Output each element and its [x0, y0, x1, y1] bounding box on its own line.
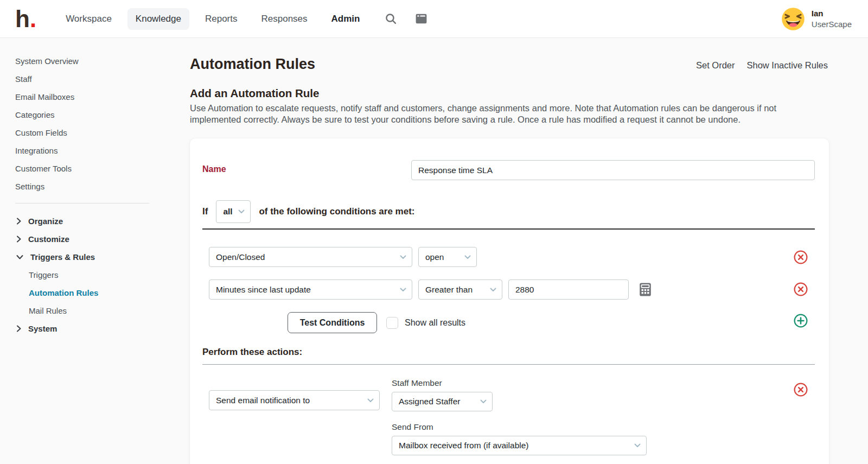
workspace-switcher-icon[interactable] — [414, 12, 429, 26]
logo-dot: . — [30, 7, 36, 31]
add-condition-icon[interactable] — [794, 314, 808, 328]
chevron-down-icon — [400, 255, 406, 259]
actions-heading: Perform these actions: — [202, 347, 302, 358]
test-conditions-button[interactable]: Test Conditions — [288, 312, 377, 333]
actions-divider — [202, 364, 815, 365]
sidebar-section-label: Triggers & Rules — [30, 252, 95, 262]
add-rule-description: Use Automation to escalate requests, not… — [190, 103, 818, 125]
chevron-down-icon — [464, 255, 471, 259]
nav-workspace[interactable]: Workspace — [58, 8, 120, 30]
condition-row: Open/Closed open — [209, 247, 477, 267]
nav-admin[interactable]: Admin — [323, 8, 368, 30]
top-navigation: h. Workspace Knowledge Reports Responses… — [0, 0, 868, 38]
user-org: UserScape — [812, 19, 852, 30]
if-suffix-label: of the following conditions are met: — [259, 206, 414, 217]
condition-operator-select[interactable]: Greater than — [418, 279, 502, 300]
show-all-results-checkbox[interactable] — [386, 317, 398, 329]
staff-member-value: Assigned Staffer — [399, 397, 460, 406]
sidebar-divider — [15, 203, 149, 204]
chevron-down-icon — [16, 255, 23, 259]
sidebar-item-mail-rules[interactable]: Mail Rules — [0, 302, 182, 320]
chevron-right-icon — [16, 325, 21, 332]
calculator-icon[interactable] — [637, 282, 653, 297]
condition-value-input[interactable] — [508, 279, 629, 300]
sidebar-section-customize[interactable]: Customize — [0, 230, 182, 248]
avatar-emoji — [781, 7, 805, 31]
show-inactive-rules-link[interactable]: Show Inactive Rules — [747, 60, 828, 71]
sidebar-item-integrations[interactable]: Integrations — [0, 142, 182, 160]
chevron-right-icon — [16, 218, 21, 225]
sidebar-section-label: System — [28, 324, 57, 333]
send-from-value: Mailbox received from (if available) — [399, 441, 528, 450]
set-order-link[interactable]: Set Order — [696, 60, 735, 71]
staff-member-select[interactable]: Assigned Staffer — [392, 392, 493, 411]
user-name: Ian — [812, 8, 852, 19]
action-parameters: Staff Member Assigned Staffer Send From … — [392, 378, 647, 455]
chevron-down-icon — [634, 443, 641, 448]
sidebar-item-categories[interactable]: Categories — [0, 106, 182, 124]
user-identity: Ian UserScape — [812, 8, 852, 29]
delete-condition-icon[interactable] — [794, 282, 808, 296]
test-conditions-row: Test Conditions Show all results — [288, 312, 465, 333]
main-content: Automation Rules Set Order Show Inactive… — [190, 38, 868, 464]
action-type-select[interactable]: Send email notification to — [209, 390, 380, 410]
condition-operator-value: Greater than — [425, 285, 473, 295]
rule-name-input[interactable] — [411, 160, 815, 180]
conditions-divider — [202, 228, 815, 230]
logo-letter: h — [15, 7, 29, 31]
condition-operator-select[interactable]: open — [418, 247, 477, 267]
condition-row: Minutes since last update Greater than — [209, 279, 653, 300]
condition-match-row: If all of the following conditions are m… — [202, 200, 415, 223]
sidebar-section-label: Organize — [28, 217, 63, 226]
action-type-value: Send email notification to — [216, 396, 310, 405]
sidebar-item-settings[interactable]: Settings — [0, 177, 182, 195]
delete-action-icon[interactable] — [794, 383, 808, 397]
send-from-select[interactable]: Mailbox received from (if available) — [392, 436, 647, 455]
sidebar-section-label: Customize — [28, 234, 69, 244]
match-type-select[interactable]: all — [216, 200, 251, 223]
chevron-down-icon — [400, 288, 406, 292]
page-header-links: Set Order Show Inactive Rules — [696, 60, 828, 71]
page-title: Automation Rules — [190, 56, 315, 73]
chevron-right-icon — [16, 236, 21, 243]
sidebar-item-customer-tools[interactable]: Customer Tools — [0, 160, 182, 177]
sidebar-item-system-overview[interactable]: System Overview — [0, 52, 182, 70]
helpspot-logo[interactable]: h. — [15, 7, 36, 31]
delete-condition-icon[interactable] — [794, 250, 808, 264]
sidebar-item-triggers[interactable]: Triggers — [0, 266, 182, 284]
chevron-down-icon — [480, 399, 487, 404]
name-label: Name — [202, 164, 226, 174]
show-all-results-label: Show all results — [405, 318, 465, 328]
search-icon[interactable] — [384, 12, 398, 26]
sidebar-item-automation-rules[interactable]: Automation Rules — [0, 284, 182, 302]
chevron-down-icon — [238, 209, 245, 214]
sidebar-section-organize[interactable]: Organize — [0, 212, 182, 230]
staff-member-label: Staff Member — [392, 378, 647, 388]
nav-knowledge[interactable]: Knowledge — [127, 8, 189, 30]
chevron-down-icon — [367, 398, 374, 403]
sidebar-item-staff[interactable]: Staff — [0, 70, 182, 88]
user-menu[interactable]: Ian UserScape — [781, 7, 852, 31]
condition-field-select[interactable]: Open/Closed — [209, 247, 412, 267]
action-row: Send email notification to Staff Member … — [209, 378, 647, 455]
automation-rule-form-card: Name If all of the following conditions … — [190, 138, 829, 464]
sidebar-section-triggers-rules[interactable]: Triggers & Rules — [0, 248, 182, 266]
sidebar-item-custom-fields[interactable]: Custom Fields — [0, 124, 182, 142]
automation-rules-page: h. Workspace Knowledge Reports Responses… — [0, 0, 868, 464]
chevron-down-icon — [490, 288, 496, 292]
send-from-label: Send From — [392, 422, 647, 432]
condition-field-select[interactable]: Minutes since last update — [209, 279, 412, 300]
admin-sidebar: System Overview Staff Email Mailboxes Ca… — [0, 38, 182, 464]
if-label: If — [202, 206, 208, 217]
sidebar-section-system[interactable]: System — [0, 320, 182, 338]
nav-responses[interactable]: Responses — [253, 8, 316, 30]
primary-nav: Workspace Knowledge Reports Responses Ad… — [58, 8, 429, 30]
nav-reports[interactable]: Reports — [197, 8, 246, 30]
match-type-value: all — [223, 207, 232, 217]
condition-field-value: Open/Closed — [216, 252, 265, 262]
add-rule-heading: Add an Automation Rule — [190, 87, 319, 100]
condition-operator-value: open — [425, 252, 444, 262]
condition-field-value: Minutes since last update — [216, 285, 311, 295]
sidebar-item-email-mailboxes[interactable]: Email Mailboxes — [0, 88, 182, 106]
